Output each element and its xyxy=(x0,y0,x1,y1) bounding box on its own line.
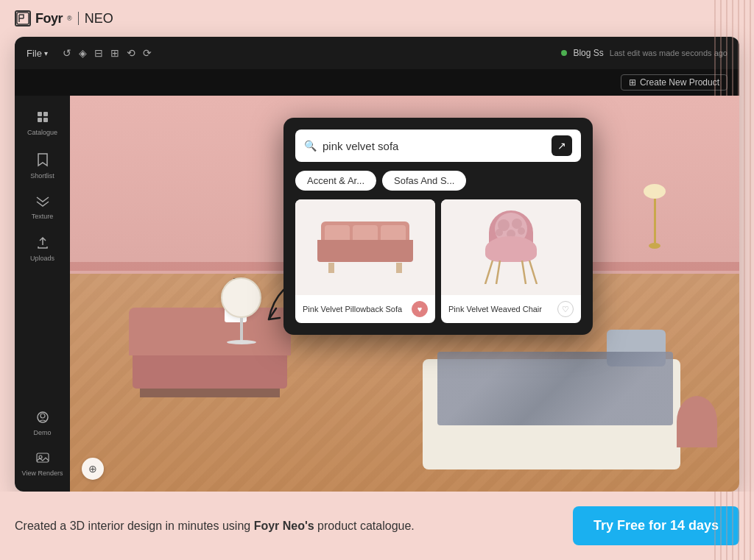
sidebar-texture-label: Texture xyxy=(32,213,54,220)
room-scene: 🔍 ↗ Accent & Ar... Sofas And S... xyxy=(70,96,739,492)
search-tab-sofas[interactable]: Sofas And S... xyxy=(382,171,466,191)
logo-registered: ® xyxy=(67,15,72,22)
search-tabs: Accent & Ar... Sofas And S... xyxy=(295,171,581,191)
search-modal: 🔍 ↗ Accent & Ar... Sofas And S... xyxy=(283,118,593,335)
app-toolbar: File ▾ ↺ ◈ ⊟ ⊞ ⟲ ⟳ Blog Ss Last edit was… xyxy=(15,37,739,69)
app-body: Catalogue Shortlist Texture xyxy=(15,96,739,492)
heart-icon-chair[interactable]: ♡ xyxy=(557,301,574,317)
chevron-down-icon: ▾ xyxy=(44,49,48,57)
search-icon: 🔍 xyxy=(304,140,317,152)
lamp-base xyxy=(649,243,660,249)
toolbar-file-menu[interactable]: File ▾ xyxy=(27,48,48,59)
toolbar-grid-icon[interactable]: ⊞ xyxy=(110,47,119,59)
search-tab-sofas-label: Sofas And S... xyxy=(394,175,454,186)
bottom-text-end: product catalogue. xyxy=(314,520,415,532)
toolbar-layers-icon[interactable]: ⊟ xyxy=(94,47,103,59)
room-lamp xyxy=(644,184,666,258)
logo-icon xyxy=(15,10,31,26)
search-result-chair[interactable]: Pink Velvet Weaved Chair ♡ xyxy=(441,199,581,323)
compass-button[interactable]: ⊕ xyxy=(82,458,104,480)
toolbar-status: Blog Ss Last edit was made seconds ago xyxy=(561,48,727,58)
uploads-icon xyxy=(37,236,49,252)
bottom-section: Created a 3D interior design in minutes … xyxy=(0,492,754,560)
search-tab-accent-label: Accent & Ar... xyxy=(307,175,364,186)
product-sofa-leg-right xyxy=(396,263,402,273)
sidebar-item-renders[interactable]: View Renders xyxy=(19,447,66,483)
toolbar-draw-icon[interactable]: ◈ xyxy=(79,47,87,59)
cta-button[interactable]: Try Free for 14 days xyxy=(573,506,739,545)
create-new-product-button[interactable]: ⊞ Create New Product xyxy=(621,74,727,91)
product-sofa-visual xyxy=(314,221,417,273)
search-result-chair-image xyxy=(441,199,581,295)
sofa-seat xyxy=(133,355,287,389)
search-input[interactable] xyxy=(323,140,552,152)
sidebar-item-uploads[interactable]: Uploads xyxy=(15,230,70,268)
svg-line-20 xyxy=(496,260,500,284)
app-sidebar: Catalogue Shortlist Texture xyxy=(15,96,70,492)
svg-point-17 xyxy=(518,227,525,235)
product-sofa-legs xyxy=(328,263,402,273)
toolbar-undo-icon[interactable]: ⟲ xyxy=(127,47,135,59)
heart-icon-sofa[interactable]: ♥ xyxy=(412,301,428,317)
svg-line-19 xyxy=(529,260,537,284)
sidebar-demo-label: Demo xyxy=(33,429,51,436)
app-canvas: 🔍 ↗ Accent & Ar... Sofas And S... xyxy=(70,96,739,492)
svg-point-6 xyxy=(40,414,45,418)
svg-rect-3 xyxy=(38,118,42,122)
search-result-sofa-image xyxy=(295,199,435,295)
svg-line-21 xyxy=(522,260,526,284)
lamp-shade xyxy=(644,184,666,199)
svg-line-18 xyxy=(485,260,493,284)
texture-icon xyxy=(35,196,50,210)
lamp-pole xyxy=(654,199,656,243)
sidebar-catalogue-label: Catalogue xyxy=(27,129,57,136)
svg-point-14 xyxy=(512,219,522,229)
search-tab-accent[interactable]: Accent & Ar... xyxy=(295,171,376,191)
product-chair-legs xyxy=(482,260,540,284)
search-result-sofa-info: Pink Velvet Pillowback Sofa ♥ xyxy=(295,295,435,323)
svg-point-16 xyxy=(496,229,503,236)
file-label: File xyxy=(27,48,42,59)
svg-rect-1 xyxy=(38,112,42,116)
search-bar[interactable]: 🔍 ↗ xyxy=(295,130,581,162)
app-subtoolbar: ⊞ Create New Product xyxy=(15,69,739,96)
product-chair-visual xyxy=(478,210,544,284)
coffee-table xyxy=(221,277,261,344)
product-sofa-seat xyxy=(317,240,413,262)
catalogue-icon xyxy=(36,110,49,127)
sidebar-item-texture[interactable]: Texture xyxy=(15,190,70,226)
status-dot-icon xyxy=(561,50,567,56)
svg-rect-4 xyxy=(43,118,48,122)
app-screenshot: File ▾ ↺ ◈ ⊟ ⊞ ⟲ ⟳ Blog Ss Last edit was… xyxy=(15,37,739,492)
bottom-text-plain: Created a 3D interior design in minutes … xyxy=(15,520,254,532)
search-result-chair-name: Pink Velvet Weaved Chair xyxy=(448,304,557,314)
bed-blanket xyxy=(437,352,673,425)
status-save-text: Last edit was made seconds ago xyxy=(610,49,727,57)
logo-neo-text: NEO xyxy=(85,11,113,26)
sidebar-shortlist-label: Shortlist xyxy=(30,172,54,180)
toolbar-icons: ↺ ◈ ⊟ ⊞ ⟲ ⟳ xyxy=(63,47,152,59)
sofa-legs xyxy=(140,389,280,397)
sidebar-item-demo[interactable]: Demo xyxy=(19,405,66,442)
sidebar-uploads-label: Uploads xyxy=(30,255,54,262)
bottom-description: Created a 3D interior design in minutes … xyxy=(15,517,573,535)
toolbar-redo-icon[interactable]: ⟳ xyxy=(143,47,152,59)
room-bed xyxy=(423,322,680,469)
sidebar-renders-label: View Renders xyxy=(22,469,63,477)
header: Foyr ® NEO xyxy=(0,0,754,37)
plus-icon: ⊞ xyxy=(629,77,636,88)
search-result-sofa[interactable]: Pink Velvet Pillowback Sofa ♥ xyxy=(295,199,435,323)
status-project-name: Blog Ss xyxy=(573,48,603,58)
toolbar-move-icon[interactable]: ↺ xyxy=(63,47,71,59)
logo-foyr-text: Foyr xyxy=(35,11,63,26)
logo: Foyr ® NEO xyxy=(15,10,113,26)
product-chair-seat xyxy=(485,236,537,262)
bottom-text-bold: Foyr Neo's xyxy=(254,520,314,532)
search-submit-icon[interactable]: ↗ xyxy=(552,135,572,156)
create-new-label: Create New Product xyxy=(640,77,719,88)
product-sofa-leg-left xyxy=(328,263,334,273)
shortlist-icon xyxy=(36,152,49,170)
room-side-table xyxy=(677,396,717,447)
sidebar-item-catalogue[interactable]: Catalogue xyxy=(15,104,70,142)
sidebar-item-shortlist[interactable]: Shortlist xyxy=(15,146,70,185)
